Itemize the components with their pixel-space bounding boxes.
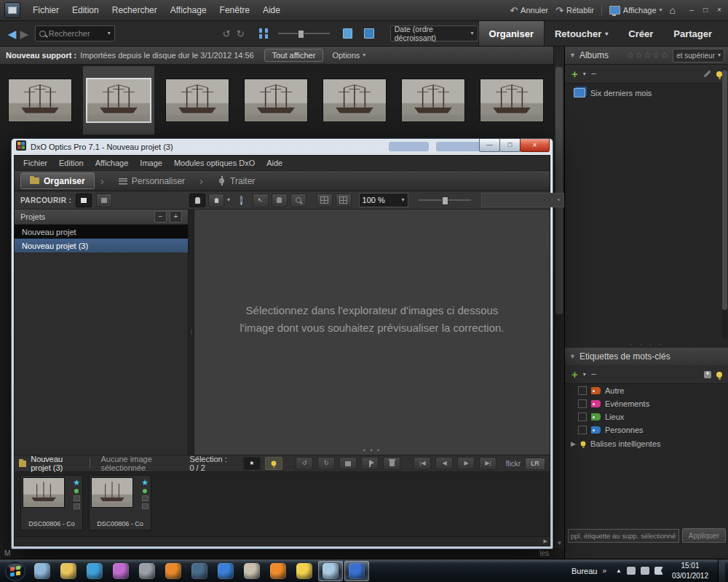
- first-image-button[interactable]: |◀: [414, 457, 431, 470]
- volume-tray-icon[interactable]: [641, 567, 649, 575]
- smart-tags-item[interactable]: ▶ Balises intelligentes: [565, 437, 667, 450]
- dxo-menu-item[interactable]: Fichier: [17, 159, 53, 167]
- keyword-tag-item[interactable]: Autre: [565, 384, 728, 397]
- rotate-right-button[interactable]: ↻: [237, 29, 245, 39]
- expand-triangle-icon[interactable]: ▶: [571, 440, 576, 447]
- full-screen-view-button[interactable]: [364, 28, 374, 39]
- taskbar-app-gimp[interactable]: [240, 561, 264, 581]
- dxo-tab-personnaliser[interactable]: Personnaliser: [110, 173, 194, 188]
- keyword-tag-item[interactable]: Personnes: [565, 423, 728, 436]
- rating-filter-dropdown[interactable]: et supérieur ▾: [673, 49, 724, 63]
- organizer-minimize-button[interactable]: –: [687, 7, 696, 14]
- select-tool-button[interactable]: ↖: [253, 194, 269, 207]
- fit-to-screen-button[interactable]: [189, 194, 205, 207]
- show-all-button[interactable]: Tout afficher: [264, 49, 324, 62]
- filmstrip-thumbnail[interactable]: ★ DSC00806 - Co: [20, 475, 83, 530]
- dxo-tab-traiter[interactable]: Traiter: [209, 173, 264, 188]
- hidden-icons-chevron[interactable]: ▲: [616, 567, 622, 574]
- photo-thumbnail[interactable]: [162, 66, 233, 135]
- dxo-project-item[interactable]: Nouveau projet (3): [15, 239, 188, 252]
- rotate-left-button[interactable]: ↺: [296, 457, 313, 470]
- zoom-tool-button[interactable]: [290, 194, 306, 207]
- taskbar-app-explorer[interactable]: [56, 561, 81, 581]
- scroll-down-arrow-icon[interactable]: ▼: [554, 540, 565, 546]
- dxo-menu-item[interactable]: Modules optiques DxO: [168, 159, 261, 167]
- rotate-left-button[interactable]: ↺: [223, 29, 231, 39]
- chevron-down-icon[interactable]: ▾: [583, 372, 586, 378]
- next-image-button[interactable]: ▶: [457, 457, 475, 470]
- photo-thumbnail[interactable]: [319, 66, 390, 135]
- panel-splitter[interactable]: ⁞: [188, 210, 194, 455]
- people-recognition-icon[interactable]: [704, 371, 711, 378]
- new-keyword-button[interactable]: +: [571, 369, 578, 380]
- collapse-triangle-icon[interactable]: ▼: [569, 353, 576, 360]
- dxo-menu-item[interactable]: Edition: [53, 159, 90, 167]
- dxo-menu-item[interactable]: Aide: [261, 159, 288, 167]
- keyword-tag-item[interactable]: Lieux: [565, 410, 728, 423]
- last-image-button[interactable]: ▶|: [479, 457, 496, 470]
- dxo-menu-item[interactable]: Image: [134, 159, 168, 167]
- forward-button[interactable]: ▶: [18, 28, 31, 39]
- flag-button[interactable]: [361, 457, 379, 470]
- desktop-toolbar-label[interactable]: Bureau: [571, 567, 597, 575]
- slider-thumb[interactable]: [298, 30, 304, 39]
- delete-album-button[interactable]: −: [591, 69, 597, 79]
- dxo-minimize-button[interactable]: —: [479, 139, 500, 152]
- grid-view-button[interactable]: [259, 28, 263, 33]
- organizer-menu-item[interactable]: Affichage: [164, 2, 213, 18]
- remove-project-button[interactable]: −: [154, 211, 167, 223]
- keyword-tag-item[interactable]: Evénements: [565, 397, 728, 410]
- zoom-level-dropdown[interactable]: 100 % ▾: [359, 193, 408, 207]
- delete-keyword-button[interactable]: −: [591, 370, 597, 379]
- dxo-titlebar[interactable]: DxO Optics Pro 7.1 - Nouveau projet (3) …: [12, 139, 553, 155]
- organizer-menu-item[interactable]: Aide: [256, 2, 287, 18]
- organizer-restore-button[interactable]: □: [701, 7, 710, 14]
- taskbar-app-gray[interactable]: [135, 561, 159, 581]
- organizer-menu-item[interactable]: Edition: [66, 2, 106, 18]
- browse-thumbnails-view-button[interactable]: [76, 194, 92, 207]
- layout-split-button[interactable]: [336, 194, 352, 207]
- undo-button[interactable]: ↶ Annuler: [510, 6, 548, 15]
- dxo-tab-organiser[interactable]: Organiser: [20, 172, 95, 189]
- taskbar-app-organizer[interactable]: [318, 561, 343, 581]
- organizer-menu-item[interactable]: Fenêtre: [213, 2, 256, 18]
- taskbar-app-dxo[interactable]: [344, 561, 369, 581]
- taskbar-clock[interactable]: 15:01 03/01/2012: [672, 561, 708, 581]
- chevron-down-icon[interactable]: ▾: [583, 71, 586, 77]
- panel-splitter-dots[interactable]: · · · ·: [565, 340, 728, 348]
- media-browser-scrollbar[interactable]: ▼: [553, 47, 565, 549]
- options-button[interactable]: Options ▾: [332, 51, 365, 60]
- scroll-right-arrow-icon[interactable]: ▶: [544, 538, 547, 543]
- edit-album-icon[interactable]: [704, 71, 711, 78]
- star-filter-button[interactable]: ★: [243, 457, 261, 470]
- browse-list-view-button[interactable]: [96, 194, 112, 207]
- new-album-button[interactable]: +: [571, 68, 578, 79]
- add-project-button[interactable]: +: [170, 211, 182, 223]
- chevron-down-icon[interactable]: ▾: [227, 197, 230, 203]
- organizer-menu-item[interactable]: Fichier: [26, 2, 66, 18]
- dxo-close-button[interactable]: ×: [520, 139, 550, 152]
- search-input[interactable]: Rechercher ▾: [35, 25, 115, 41]
- taskbar-app-blue-sphere[interactable]: [213, 561, 238, 581]
- taskbar-app-photo[interactable]: [108, 561, 133, 581]
- horizontal-splitter-dots[interactable]: • • •: [194, 447, 550, 454]
- apply-button[interactable]: Appliquer: [682, 528, 726, 543]
- organizer-main-tab[interactable]: Organiser ▾: [478, 21, 545, 46]
- sort-order-dropdown[interactable]: Date (ordre décroissant) ▾: [390, 25, 478, 41]
- photo-thumbnail[interactable]: [4, 66, 76, 135]
- flickr-export-button[interactable]: flickr: [505, 460, 521, 468]
- organizer-menu-item[interactable]: Rechercher: [106, 2, 164, 18]
- back-button[interactable]: ◀: [6, 28, 18, 39]
- photo-thumbnail[interactable]: [476, 66, 547, 135]
- dxo-maximize-button[interactable]: □: [499, 139, 521, 152]
- organizer-close-button[interactable]: ×: [715, 7, 724, 14]
- redo-button[interactable]: ↷ Rétablir: [555, 6, 594, 15]
- zoom-actual-size-button[interactable]: [208, 194, 224, 207]
- lightbulb-filter-button[interactable]: [265, 457, 282, 470]
- taskbar-app-media-player[interactable]: [82, 561, 107, 581]
- action-center-tray-icon[interactable]: [654, 567, 663, 575]
- zoom-slider[interactable]: [419, 195, 471, 205]
- keyword-checkbox[interactable]: [578, 386, 587, 395]
- keyword-checkbox[interactable]: [578, 412, 587, 421]
- taskbar-app-dark[interactable]: [187, 561, 212, 581]
